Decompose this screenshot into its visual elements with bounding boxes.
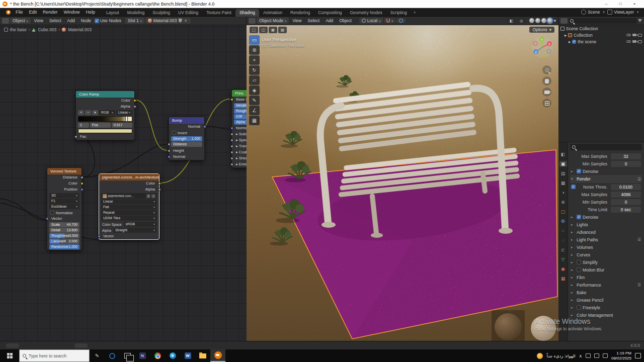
menu-edit[interactable]: Edit — [26, 10, 40, 15]
distance-field[interactable]: Distance — [171, 142, 202, 147]
render-visibility-icon[interactable] — [638, 34, 642, 37]
tab-view-layer[interactable]: ▦ — [559, 180, 567, 186]
roughness-field[interactable]: Roughn — [234, 109, 247, 114]
normalize-checkbox-row[interactable]: Normalize — [47, 210, 82, 216]
motion-blur-checkbox[interactable] — [577, 267, 581, 272]
transmission-socket[interactable] — [230, 145, 233, 148]
alpha-socket[interactable] — [133, 105, 136, 108]
tray-icon[interactable] — [603, 353, 608, 358]
section-grease-pencil[interactable]: ▸Grease Pencil — [570, 296, 642, 304]
outliner-search[interactable] — [569, 18, 637, 24]
viewport-canvas[interactable]: ▢ ◫ ▣ ▦ Options▾ User Perspective (1) Co… — [247, 25, 558, 341]
metallic-field[interactable]: Metalli — [234, 103, 247, 108]
color-ramp-gradient[interactable] — [78, 116, 132, 122]
node-color-ramp[interactable]: Color Ramp Color Alpha + − ▾ RGB▾ Linear… — [75, 90, 135, 140]
normal-socket[interactable] — [230, 127, 233, 130]
position-out-socket[interactable] — [80, 188, 84, 191]
tab-render[interactable]: ▣ — [559, 161, 567, 167]
invert-checkbox-row[interactable]: Invert — [169, 130, 204, 136]
tab-material[interactable]: ◉ — [559, 266, 567, 272]
tab-modeling[interactable]: Modeling — [123, 9, 149, 17]
roughness-field[interactable]: Roughness0.500 — [49, 233, 79, 238]
node-image-texture[interactable]: pigmented-concre...in-architextures.jpg … — [99, 173, 159, 240]
start-button[interactable] — [0, 349, 19, 362]
subsurface-socket[interactable] — [230, 133, 233, 136]
editor-type-icon[interactable] — [2, 18, 9, 24]
unlink-image-icon[interactable]: × — [151, 194, 155, 198]
tool-select-box[interactable]: ▭ — [249, 35, 260, 45]
proportional-edit-toggle[interactable] — [396, 18, 406, 23]
alpha-mode-dropdown[interactable]: Straight▾ — [113, 228, 157, 233]
height-socket[interactable] — [168, 149, 171, 152]
normalize-checkbox[interactable] — [50, 211, 54, 215]
freestyle-checkbox[interactable] — [577, 305, 581, 310]
section-light-paths[interactable]: ▸Light Paths☰ — [570, 236, 642, 243]
color-out-socket[interactable] — [158, 182, 161, 185]
menu-file[interactable]: File — [13, 10, 26, 15]
taskbar-ink-icon[interactable]: ✎ — [90, 349, 105, 362]
section-freestyle[interactable]: ▸Freestyle — [570, 304, 642, 311]
material-shading-button[interactable] — [541, 18, 546, 23]
lacunarity-field[interactable]: Lacunarit2.000 — [49, 239, 79, 244]
sheen-socket[interactable] — [230, 157, 233, 160]
fake-user-icon[interactable] — [179, 19, 182, 23]
taskbar-search[interactable]: Type here to search — [19, 349, 90, 362]
stop-pos-label[interactable]: Pos — [90, 123, 111, 128]
solid-shading-button[interactable] — [535, 18, 540, 23]
tab-texture[interactable]: ▦ — [559, 276, 567, 282]
strength-field[interactable]: Strength1.000 — [171, 136, 202, 141]
tab-output[interactable]: ▤ — [559, 170, 567, 176]
image-datablock[interactable]: pigmented-con... ▾ × — [101, 193, 157, 199]
node-bump[interactable]: Bump Normal Invert Strength1.000 Distanc… — [169, 117, 205, 160]
section-denoise-viewport[interactable]: ▸✓Denoise — [570, 167, 642, 175]
taskbar-app-edge[interactable]: e — [165, 349, 180, 362]
tab-scripting[interactable]: Scripting — [386, 9, 411, 17]
selection-checkbox[interactable]: ✓ — [572, 40, 576, 44]
minimize-button[interactable]: – — [599, 2, 613, 6]
section-render[interactable]: ▾Render☰ — [570, 175, 642, 183]
add-workspace-button[interactable]: + — [411, 9, 419, 17]
rendered-shading-button[interactable] — [547, 18, 552, 23]
base-color-socket[interactable] — [230, 98, 233, 101]
tab-uv-editing[interactable]: UV Editing — [174, 9, 202, 17]
material-datablock[interactable]: Material.003 × — [145, 18, 191, 24]
use-nodes-checkbox[interactable]: ✓ — [95, 19, 99, 23]
outliner-row-the-scene[interactable]: ▸ ✓ the scene — [558, 38, 644, 45]
view-menu[interactable]: View — [290, 18, 304, 23]
node-principled-bsdf[interactable]: Princ Base Co Metalli Roughn IOR Alpha N… — [231, 89, 247, 168]
source-dropdown[interactable]: UDIM Tiles▾ — [101, 216, 157, 221]
stop-color-swatch[interactable] — [78, 129, 132, 133]
section-motion-blur[interactable]: ▸Motion Blur — [570, 266, 642, 274]
stop-pos-value[interactable]: 0.917 — [112, 123, 132, 128]
tray-icon[interactable] — [594, 353, 599, 358]
section-emission[interactable]: ▸ Emissi — [232, 161, 247, 167]
snap-toggle[interactable]: ▾ — [384, 18, 395, 23]
camera-visibility-icon[interactable] — [632, 34, 636, 36]
material-slot-dropdown[interactable]: Slot 1▾ — [125, 18, 144, 24]
tray-expand-icon[interactable]: ∧ — [579, 353, 582, 358]
interpolation-dropdown[interactable]: Linear▾ — [101, 199, 157, 204]
stop-index-field[interactable]: 1 — [78, 123, 89, 128]
node-color-ramp-header[interactable]: Color Ramp — [76, 91, 134, 98]
show-overlays-toggle[interactable]: ◎ — [517, 18, 526, 24]
ior-field[interactable]: IOR — [234, 114, 247, 119]
color-socket[interactable] — [133, 99, 136, 102]
scale-field[interactable]: Scale44.700 — [49, 222, 79, 227]
tab-object[interactable]: ▢ — [559, 209, 567, 215]
prop-noise-threshold[interactable]: ✓ Noise Thres.0.0100 — [570, 183, 642, 191]
ramp-interpolation[interactable]: Linear▾ — [116, 110, 132, 115]
menu-render[interactable]: Render — [40, 10, 61, 15]
remove-stop-button[interactable]: − — [85, 110, 91, 115]
camera-visibility-icon[interactable] — [632, 40, 636, 43]
node-image-header[interactable]: pigmented-concre...in-architextures.jpg — [99, 174, 159, 180]
blender-logo-icon[interactable] — [4, 10, 11, 15]
tray-icon[interactable] — [586, 353, 591, 358]
shader-menu-select[interactable]: Select — [47, 18, 64, 23]
ramp-menu-button[interactable]: ▾ — [92, 110, 98, 115]
taskbar-app-word[interactable]: W — [180, 349, 195, 362]
preset-menu-icon[interactable]: ☰ — [637, 237, 641, 242]
tab-texture-paint[interactable]: Texture Paint — [202, 9, 235, 17]
denoise-checkbox[interactable]: ✓ — [577, 169, 581, 173]
section-subsurface[interactable]: ▸ Subsur — [232, 131, 247, 137]
properties-search[interactable] — [570, 144, 642, 150]
